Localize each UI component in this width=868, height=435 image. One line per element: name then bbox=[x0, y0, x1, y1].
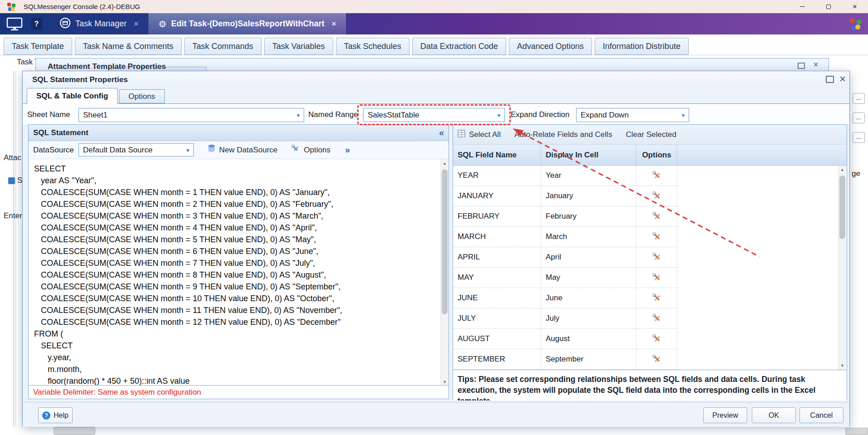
gear-icon: ⚙ bbox=[158, 19, 167, 29]
table-row[interactable]: JANUARY January bbox=[453, 186, 677, 206]
row-options-cell[interactable] bbox=[636, 288, 677, 308]
table-row[interactable]: JUNE June bbox=[453, 288, 677, 308]
row-options-cell[interactable] bbox=[636, 206, 677, 226]
options-button[interactable]: Options bbox=[304, 146, 330, 155]
maximize-icon[interactable] bbox=[798, 63, 805, 69]
close-tab-icon[interactable]: × bbox=[331, 20, 336, 29]
monitor-icon[interactable] bbox=[6, 17, 23, 31]
display-in-cell-cell: June bbox=[541, 288, 636, 308]
display-in-cell-cell: March bbox=[541, 227, 636, 247]
close-icon[interactable]: × bbox=[839, 73, 846, 85]
scrollbar-thumb[interactable] bbox=[442, 169, 448, 314]
table-row[interactable]: MAY May bbox=[453, 268, 677, 288]
dialog-tabs: SQL & Table Config Options bbox=[23, 88, 849, 104]
maximize-icon[interactable] bbox=[826, 76, 834, 83]
sql-field-name-cell: MAY bbox=[453, 268, 541, 288]
datasource-select[interactable]: Default Data Source ▾ bbox=[79, 143, 194, 156]
display-in-cell-cell: February bbox=[541, 206, 636, 226]
sheet-name-select[interactable]: Sheet1 ▾ bbox=[79, 108, 304, 122]
tools-icon bbox=[652, 191, 662, 201]
expand-direction-select[interactable]: Expand Down ▾ bbox=[576, 108, 689, 122]
table-row[interactable]: JULY July bbox=[453, 308, 677, 329]
table-row[interactable]: FEBRUARY February bbox=[453, 206, 677, 227]
row-options-cell[interactable] bbox=[636, 268, 677, 288]
collapse-panel-icon[interactable]: « bbox=[439, 127, 444, 138]
row-options-cell[interactable] bbox=[636, 349, 677, 369]
table-row[interactable]: SEPTEMBER September bbox=[453, 349, 677, 370]
row-options-cell[interactable] bbox=[636, 308, 677, 328]
main-tab[interactable]: Task Schedules bbox=[336, 38, 409, 55]
tab-task-manager[interactable]: Task Manager × bbox=[52, 13, 146, 34]
scrollbar-thumb[interactable] bbox=[839, 176, 845, 239]
row-options-cell[interactable] bbox=[636, 247, 677, 267]
chevron-down-icon[interactable]: ▾ bbox=[182, 147, 193, 154]
table-row[interactable]: APRIL April bbox=[453, 247, 677, 268]
tab-options[interactable]: Options bbox=[119, 89, 165, 103]
sql-editor-scrollbar[interactable]: ▲ ▼ bbox=[440, 159, 449, 386]
table-row[interactable]: AUGUST August bbox=[453, 329, 677, 349]
mapping-table-scrollbar[interactable]: ▲ ▼ bbox=[838, 166, 846, 370]
scroll-down-icon[interactable]: ▼ bbox=[441, 378, 449, 386]
background-sql-item: SQ bbox=[8, 176, 22, 185]
sql-statement-panel-title: SQL Statement bbox=[33, 128, 89, 137]
window-titlebar: SQLMessenger Console (2.4)-DEBUG × bbox=[0, 0, 868, 13]
chevron-down-icon[interactable]: ▾ bbox=[493, 112, 504, 119]
expand-direction-label: Expand Direction bbox=[511, 104, 569, 126]
auto-relate-button[interactable]: Auto-Relate Fields and Cells bbox=[514, 130, 612, 139]
main-tab[interactable]: Task Template bbox=[4, 38, 72, 55]
close-icon[interactable]: × bbox=[842, 0, 868, 13]
more-tools-icon[interactable]: » bbox=[345, 145, 350, 155]
table-row[interactable]: YEAR Year bbox=[453, 166, 677, 186]
mapping-table-body: YEAR Year JANUARY January bbox=[453, 166, 677, 370]
cancel-button[interactable]: Cancel bbox=[799, 407, 843, 423]
tab-edit-task[interactable]: ⚙ Edit Task-(Demo)SalesReportWithChart × bbox=[148, 13, 346, 34]
help-button[interactable]: ? Help bbox=[38, 407, 73, 423]
background-text-enter: Enter bbox=[4, 211, 22, 220]
main-tab[interactable]: Information Distribute bbox=[595, 38, 689, 55]
sql-field-name-cell: SEPTEMBER bbox=[453, 349, 541, 369]
users-colored-icon[interactable] bbox=[849, 17, 863, 31]
row-options-cell[interactable] bbox=[636, 166, 677, 186]
tab-sql-table-config[interactable]: SQL & Table Config bbox=[27, 88, 118, 104]
main-tab[interactable]: Data Extraction Code bbox=[412, 38, 506, 55]
chevron-down-icon[interactable]: ▾ bbox=[293, 112, 304, 119]
tools-icon bbox=[652, 354, 662, 364]
display-in-cell-cell: Year bbox=[541, 166, 636, 186]
window-controls: × bbox=[789, 0, 868, 13]
sql-statement-properties-dialog: SQL Statement Properties × SQL & Table C… bbox=[22, 71, 850, 426]
select-all-icon bbox=[458, 130, 465, 140]
maximize-icon[interactable] bbox=[815, 0, 842, 13]
main-tab-strip: Task TemplateTask Name & CommentsTask Co… bbox=[0, 34, 868, 55]
new-datasource-icon bbox=[207, 144, 216, 156]
clear-selected-button[interactable]: Clear Selected bbox=[626, 130, 676, 139]
main-tab[interactable]: Task Name & Comments bbox=[75, 38, 182, 55]
select-all-button[interactable]: Select All bbox=[469, 130, 501, 139]
named-range-select[interactable]: SalesStatTable ▾ bbox=[363, 108, 505, 122]
help-icon[interactable]: ? bbox=[31, 18, 42, 29]
row-options-cell[interactable] bbox=[636, 227, 677, 247]
minimize-icon[interactable] bbox=[789, 0, 815, 13]
sql-field-name-cell: FEBRUARY bbox=[453, 206, 541, 226]
scroll-down-icon[interactable]: ▼ bbox=[838, 362, 846, 369]
display-in-cell-cell: April bbox=[541, 247, 636, 267]
table-row[interactable]: MARCH March bbox=[453, 227, 677, 247]
datasource-value: Default Data Source bbox=[79, 146, 182, 155]
scroll-up-icon[interactable]: ▲ bbox=[441, 160, 449, 167]
mapping-toolbar: Select All Auto-Relate Fields and Cells … bbox=[453, 125, 847, 145]
new-datasource-button[interactable]: New DataSource bbox=[219, 146, 278, 155]
close-icon[interactable]: × bbox=[813, 59, 819, 70]
main-tab[interactable]: Task Commands bbox=[184, 38, 261, 55]
sql-editor[interactable]: SELECT year AS "Year", COALESCE(SUM(CASE… bbox=[29, 159, 449, 386]
browse-button: ... bbox=[853, 112, 865, 123]
close-tab-icon[interactable]: × bbox=[134, 20, 138, 29]
row-options-cell[interactable] bbox=[636, 186, 677, 206]
row-options-cell[interactable] bbox=[636, 329, 677, 349]
main-tab[interactable]: Task Variables bbox=[264, 38, 333, 55]
chevron-down-icon[interactable]: ▾ bbox=[678, 112, 689, 119]
dialog-title: SQL Statement Properties bbox=[32, 71, 128, 88]
scroll-up-icon[interactable]: ▲ bbox=[838, 166, 846, 173]
ok-button[interactable]: OK bbox=[752, 407, 796, 423]
background-button-scrap bbox=[54, 427, 95, 435]
preview-button[interactable]: Preview bbox=[703, 407, 747, 423]
main-tab[interactable]: Advanced Options bbox=[509, 38, 592, 55]
